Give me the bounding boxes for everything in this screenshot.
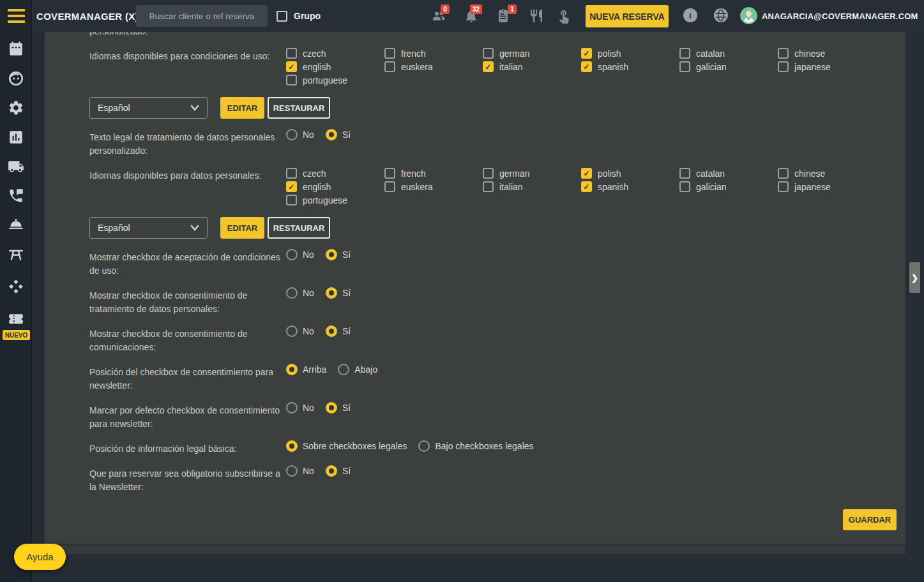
- info-icon[interactable]: i: [683, 8, 697, 22]
- radio-option[interactable]: Bajo checkboxes legales: [418, 440, 533, 452]
- language-checkbox[interactable]: ✓japanese: [778, 60, 876, 73]
- restore-button[interactable]: RESTAURAR: [268, 97, 330, 119]
- language-checkbox[interactable]: ✓polish: [581, 47, 679, 60]
- checkbox-icon: ✓: [778, 168, 789, 179]
- brand-label: COVERMANAGER (X): [36, 11, 139, 22]
- language-checkbox[interactable]: ✓czech: [286, 47, 384, 60]
- language-checkbox[interactable]: ✓italian: [483, 180, 581, 193]
- save-button[interactable]: GUARDAR: [843, 509, 897, 530]
- language-checkbox[interactable]: ✓spanish: [581, 180, 679, 193]
- language-checkbox[interactable]: ✓french: [384, 47, 483, 60]
- reports-chart-icon[interactable]: [8, 129, 24, 146]
- avatar[interactable]: [740, 7, 757, 24]
- radio-icon: [286, 465, 298, 477]
- covers-face-icon[interactable]: [8, 70, 24, 87]
- settings-gear-icon[interactable]: [8, 100, 24, 116]
- language-checkbox[interactable]: ✓english: [286, 60, 384, 73]
- language-checkbox[interactable]: ✓polish: [581, 167, 679, 180]
- texto-legal-options: No Sí: [286, 129, 362, 140]
- radio-option[interactable]: Sí: [326, 325, 351, 337]
- search-input[interactable]: [136, 5, 268, 27]
- language-label: galician: [696, 182, 726, 192]
- language-checkbox[interactable]: ✓galician: [679, 180, 778, 193]
- calendar-icon[interactable]: [8, 40, 24, 57]
- language-label: czech: [303, 168, 326, 179]
- radio-option[interactable]: No: [286, 465, 314, 477]
- panel-expand-toggle[interactable]: ❯: [909, 262, 920, 293]
- table-icon[interactable]: [8, 246, 24, 263]
- language-checkbox[interactable]: ✓catalan: [679, 167, 778, 180]
- language-checkbox[interactable]: ✓czech: [286, 167, 384, 180]
- language-checkbox[interactable]: ✓euskera: [384, 60, 483, 73]
- edit-button[interactable]: EDITAR: [220, 97, 264, 119]
- lang-cond-grid: ✓czech✓english✓portuguese✓french✓euskera…: [286, 47, 876, 87]
- language-checkbox[interactable]: ✓euskera: [384, 180, 483, 193]
- checkbox-icon: ✓: [286, 168, 297, 179]
- checkbox-icon: ✓: [679, 168, 690, 179]
- integrations-icon[interactable]: [8, 278, 24, 295]
- radio-option-label: No: [303, 130, 314, 140]
- language-checkbox[interactable]: ✓chinese: [778, 167, 876, 180]
- checkbox-icon: ✓: [483, 48, 494, 59]
- form-row-label: Mostrar checkbox de consentimiento de tr…: [89, 289, 289, 316]
- brand-menu[interactable]: COVERMANAGER (X): [36, 0, 149, 32]
- edit-button[interactable]: EDITAR: [220, 217, 264, 239]
- radio-option[interactable]: No: [286, 402, 314, 414]
- radio-option[interactable]: Sí: [326, 129, 351, 140]
- language-checkbox[interactable]: ✓portuguese: [286, 193, 384, 207]
- checkbox-icon: ✓: [286, 181, 297, 192]
- new-reservation-button[interactable]: NUEVA RESERVA: [586, 5, 669, 27]
- radio-option[interactable]: Sí: [326, 249, 351, 260]
- checkbox-icon: ✓: [581, 48, 592, 59]
- radio-option[interactable]: Sí: [326, 287, 351, 299]
- grupo-checkbox[interactable]: Grupo: [276, 0, 321, 32]
- language-checkbox[interactable]: ✓spanish: [581, 60, 679, 73]
- restore-button[interactable]: RESTAURAR: [268, 217, 330, 239]
- checkbox-icon: ✓: [384, 61, 395, 72]
- language-select[interactable]: Español: [89, 97, 208, 119]
- texto-legal-label: Texto legal de tratamiento de datos pers…: [89, 131, 289, 158]
- language-checkbox[interactable]: ✓german: [483, 167, 581, 180]
- language-checkbox[interactable]: ✓english: [286, 180, 384, 193]
- chevron-down-icon: [190, 103, 199, 113]
- radio-option[interactable]: Sí: [326, 465, 351, 477]
- radio-option-label: Sí: [342, 250, 351, 260]
- checkbox-icon: ✓: [384, 168, 395, 179]
- radio-option[interactable]: Abajo: [338, 364, 377, 375]
- language-select[interactable]: Español: [89, 217, 208, 239]
- language-checkbox[interactable]: ✓german: [483, 47, 581, 60]
- radio-option[interactable]: No: [286, 325, 314, 337]
- radio-option[interactable]: No: [286, 287, 314, 299]
- cloche-icon[interactable]: [8, 217, 24, 234]
- form-row-label: Que para reservar sea obligatorio subscr…: [89, 467, 289, 494]
- globe-icon[interactable]: [714, 8, 728, 22]
- radio-option[interactable]: Sobre checkboxes legales: [286, 440, 407, 452]
- restaurant-icon[interactable]: [529, 8, 544, 24]
- ticket-icon[interactable]: [8, 311, 24, 328]
- account-menu[interactable]: ANAGARCIA@COVERMANAGER.COM: [762, 0, 924, 32]
- delivery-truck-icon[interactable]: [8, 158, 24, 175]
- language-checkbox[interactable]: ✓italian: [483, 60, 581, 73]
- language-select-value: Español: [98, 103, 130, 113]
- radio-option[interactable]: Arriba: [286, 364, 326, 375]
- radio-icon: [338, 364, 349, 375]
- radio-option[interactable]: No: [286, 129, 314, 140]
- language-checkbox[interactable]: ✓japanese: [778, 180, 876, 193]
- language-checkbox[interactable]: ✓galician: [679, 60, 778, 73]
- language-checkbox[interactable]: ✓chinese: [778, 47, 876, 60]
- language-checkbox[interactable]: ✓portuguese: [286, 73, 384, 87]
- radio-option[interactable]: No: [286, 249, 314, 260]
- hand-icon[interactable]: [556, 8, 572, 24]
- checkbox-icon: ✓: [286, 48, 297, 59]
- radio-option-group: NoSí: [286, 249, 362, 260]
- call-center-icon[interactable]: [8, 188, 24, 204]
- radio-icon: [326, 249, 337, 260]
- radio-option-label: Sí: [342, 403, 351, 413]
- language-label: euskera: [401, 182, 433, 192]
- language-checkbox[interactable]: ✓french: [384, 167, 483, 180]
- help-button[interactable]: Ayuda: [14, 544, 66, 570]
- language-checkbox[interactable]: ✓catalan: [679, 47, 778, 60]
- radio-option-label: Sí: [342, 466, 351, 476]
- radio-option[interactable]: Sí: [326, 402, 351, 414]
- hamburger-menu-icon[interactable]: [8, 9, 25, 23]
